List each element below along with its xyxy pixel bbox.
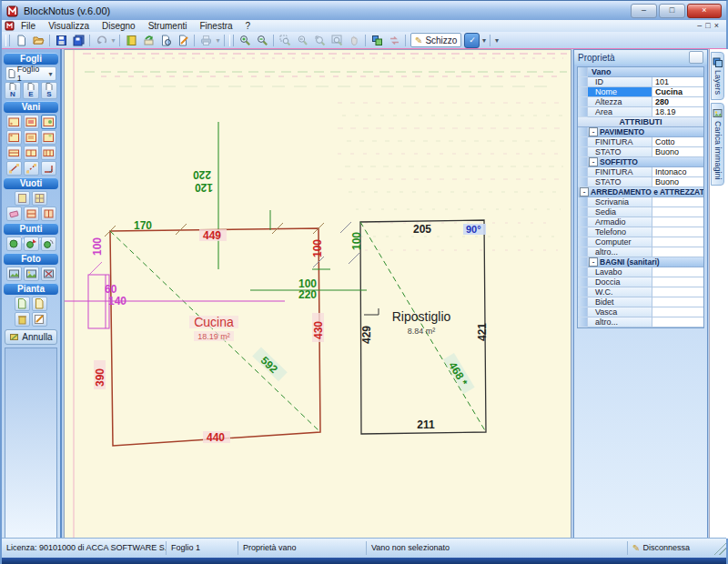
- punti-tool-3[interactable]: [41, 237, 56, 251]
- property-label[interactable]: Telefono: [588, 227, 652, 237]
- delete-sheet-button[interactable]: S: [41, 82, 57, 99]
- mode-dropdown-caret[interactable]: ▾: [480, 36, 487, 45]
- resize-grip[interactable]: [713, 542, 726, 555]
- property-label[interactable]: FINITURA: [588, 137, 652, 147]
- notebook-button[interactable]: [123, 33, 139, 47]
- vani-tool-3[interactable]: [41, 115, 56, 129]
- section-punti-header[interactable]: Punti rilevanti: [4, 223, 58, 235]
- undo-dropdown-caret[interactable]: ▾: [110, 36, 116, 45]
- mdi-minimize-button[interactable]: –: [697, 20, 702, 32]
- pianta-tool-2[interactable]: [32, 297, 47, 311]
- section-foto-header[interactable]: Foto: [4, 253, 58, 265]
- drawing-canvas[interactable]: 220 120: [64, 49, 571, 539]
- vani-tool-7[interactable]: [6, 146, 22, 160]
- property-label[interactable]: Doccia: [588, 277, 652, 287]
- property-value[interactable]: 280: [652, 97, 703, 107]
- zoom-previous-button[interactable]: [294, 33, 310, 47]
- zoom-out-button[interactable]: [254, 33, 270, 47]
- property-label[interactable]: W.C.: [588, 287, 652, 297]
- maximize-button[interactable]: □: [659, 4, 685, 18]
- menu-help[interactable]: ?: [239, 20, 258, 32]
- vani-tool-6[interactable]: [41, 130, 56, 145]
- section-fogli-header[interactable]: Fogli: [4, 53, 58, 65]
- tab-carica-immagini[interactable]: Carica immagini: [711, 103, 724, 186]
- property-value[interactable]: [652, 237, 703, 247]
- property-value[interactable]: [652, 277, 703, 287]
- property-label[interactable]: Bidet: [588, 297, 652, 307]
- pianta-tool-4[interactable]: [32, 312, 47, 327]
- window-object[interactable]: [65, 262, 285, 328]
- property-label[interactable]: Lavabo: [588, 267, 652, 277]
- property-label[interactable]: STATO: [588, 177, 652, 187]
- vani-tool-4[interactable]: [6, 130, 22, 145]
- title-bar[interactable]: BlockNotus (v.6.00) – □ ×: [2, 1, 726, 20]
- toolbar-grip[interactable]: [229, 35, 234, 46]
- vuoti-tool-4[interactable]: [24, 206, 39, 221]
- property-label[interactable]: Nome: [588, 87, 652, 97]
- close-button[interactable]: ×: [687, 4, 722, 18]
- property-value[interactable]: [652, 247, 703, 257]
- section-vuoti-header[interactable]: Vuoti: [4, 177, 58, 189]
- property-label[interactable]: STATO: [588, 147, 652, 157]
- vani-tool-2[interactable]: [24, 115, 39, 129]
- property-value[interactable]: Buono: [652, 147, 703, 157]
- menu-visualizza[interactable]: Visualizza: [42, 20, 96, 32]
- property-label[interactable]: Sedia: [588, 207, 652, 217]
- collapse-icon[interactable]: -: [580, 187, 589, 196]
- print-preview-button[interactable]: [157, 33, 174, 47]
- vani-tool-10[interactable]: [6, 161, 22, 176]
- menu-file[interactable]: File: [15, 20, 42, 32]
- mode-apply-button[interactable]: ✓: [464, 33, 480, 48]
- property-value[interactable]: Cucina: [652, 87, 703, 97]
- menu-strumenti[interactable]: Strumenti: [142, 20, 194, 32]
- property-label[interactable]: Vasca: [588, 307, 652, 317]
- zoom-in-button[interactable]: [237, 33, 253, 47]
- toolbar-overflow-caret[interactable]: ▾: [493, 36, 500, 45]
- property-value[interactable]: Buono: [652, 177, 703, 187]
- property-label[interactable]: altro...: [588, 247, 652, 257]
- tab-layers[interactable]: Layers: [711, 52, 724, 100]
- vani-tool-12[interactable]: [41, 161, 56, 176]
- print-button[interactable]: [197, 33, 214, 47]
- sheet-selector[interactable]: Foglio 1 ▾: [5, 66, 56, 81]
- edit-sheet-button[interactable]: [175, 33, 191, 47]
- vuoti-tool-2[interactable]: [32, 191, 47, 206]
- vuoti-tool-5[interactable]: [41, 206, 56, 221]
- property-value[interactable]: [652, 297, 703, 307]
- undo-button[interactable]: [93, 33, 109, 47]
- toolbar-grip[interactable]: [5, 35, 10, 46]
- foto-tool-2[interactable]: [24, 267, 39, 281]
- property-value[interactable]: Cotto: [652, 137, 703, 147]
- vuoti-tool-1[interactable]: [15, 191, 30, 206]
- property-label[interactable]: altro...: [588, 317, 652, 327]
- property-label[interactable]: FINITURA: [588, 167, 652, 177]
- property-label[interactable]: ID: [588, 77, 652, 87]
- property-label[interactable]: Armadio: [588, 217, 652, 227]
- property-value[interactable]: [652, 197, 703, 207]
- new-sheet-button[interactable]: N: [5, 82, 21, 99]
- vani-tool-8[interactable]: [24, 146, 39, 160]
- vani-tool-5[interactable]: [24, 130, 39, 145]
- menu-finestra[interactable]: Finestra: [193, 20, 238, 32]
- property-label[interactable]: Scrivania: [588, 197, 652, 207]
- minimize-button[interactable]: –: [631, 4, 657, 18]
- section-vani-header[interactable]: Vani: [4, 101, 58, 113]
- annulla-button[interactable]: Annulla: [5, 329, 57, 345]
- print-dropdown-caret[interactable]: ▾: [215, 36, 221, 45]
- import-sketch-button[interactable]: [140, 33, 157, 47]
- property-value[interactable]: [652, 207, 703, 217]
- menu-disegno[interactable]: Disegno: [96, 20, 142, 32]
- property-value[interactable]: Intonaco: [652, 167, 703, 177]
- foto-tool-3[interactable]: [41, 267, 56, 281]
- panel-collapse-button[interactable]: [689, 51, 703, 64]
- new-file-button[interactable]: [13, 33, 29, 47]
- edit-sheet-nav-button[interactable]: E: [23, 82, 39, 99]
- save-button[interactable]: [53, 33, 69, 47]
- property-value[interactable]: [652, 267, 703, 277]
- property-value[interactable]: 18.19: [652, 107, 703, 117]
- pianta-tool-1[interactable]: [15, 297, 30, 311]
- mdi-close-button[interactable]: ×: [714, 20, 719, 32]
- pan-button[interactable]: [346, 33, 362, 47]
- save-all-button[interactable]: [70, 33, 86, 47]
- open-button[interactable]: [30, 33, 46, 47]
